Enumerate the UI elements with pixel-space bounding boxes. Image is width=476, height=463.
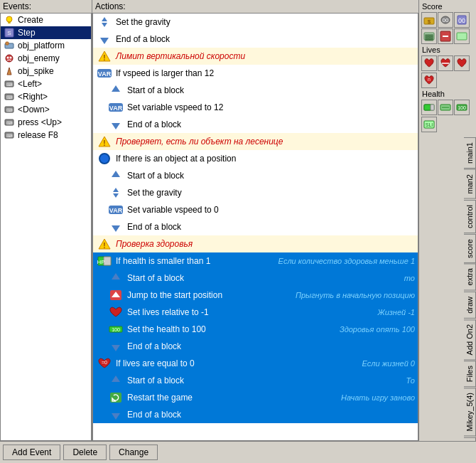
platform-icon — [4, 40, 15, 51]
svg-text:⌨: ⌨ — [6, 83, 13, 87]
event-item-press_up[interactable]: ⌨press <Up> — [1, 116, 91, 129]
score-icon-4[interactable]: ▓▓ — [421, 28, 437, 44]
action-item-a9[interactable]: If there is an object at a position — [93, 150, 418, 167]
svg-marker-35 — [113, 188, 119, 192]
event-item-release_f8[interactable]: ⌨release F8 — [1, 129, 91, 142]
tab-score[interactable]: score — [464, 234, 476, 263]
event-label-down: <Down> — [18, 105, 50, 115]
event-item-right[interactable]: ⌨<Right> — [1, 90, 91, 103]
event-item-left[interactable]: ⌨<Left> — [1, 78, 91, 90]
health-icon-4[interactable]: SLI — [421, 117, 437, 132]
arrow-down-icon — [107, 408, 124, 422]
tab-gm-help-links[interactable]: gm-help links — [464, 437, 476, 441]
event-item-obj_platform[interactable]: obj_platform — [1, 39, 91, 52]
svg-text:=0: =0 — [102, 360, 107, 365]
lives-icons — [421, 55, 475, 72]
tab-man2[interactable]: man2 — [464, 169, 476, 199]
action-text-a9: If there is an object at a position — [116, 154, 415, 164]
score-icon-2[interactable]: 00 — [438, 12, 453, 28]
add-event-button[interactable]: Add Event — [3, 445, 60, 460]
event-item-down[interactable]: ⌨<Down> — [1, 103, 91, 116]
action-item-a1[interactable]: Set the gravity — [93, 14, 418, 31]
event-item-obj_enemy[interactable]: obj_enemy — [1, 52, 91, 65]
action-item-a19[interactable]: 100Set the health to 100Здоровья опять 1… — [93, 321, 418, 338]
event-item-obj_spike[interactable]: obj_spike — [1, 65, 91, 78]
action-item-a23[interactable]: Restart the gameНачать игру заново — [93, 389, 418, 406]
svg-text:!: ! — [103, 242, 105, 250]
score-icon-1[interactable]: $ — [421, 12, 437, 28]
action-item-a18[interactable]: Set lives relative to -1Жизней -1 — [93, 304, 418, 321]
health-icon-1[interactable] — [421, 100, 437, 115]
score-icon-3[interactable]: 00 — [454, 12, 470, 28]
action-text-a19: Set the health to 100 — [127, 324, 334, 334]
tab-Files[interactable]: Files — [464, 361, 476, 387]
score-icon-5[interactable] — [438, 28, 453, 44]
delete-button[interactable]: Delete — [63, 445, 107, 460]
lives-icon-3[interactable] — [454, 55, 470, 71]
step-icon: S — [4, 27, 15, 38]
action-item-a16[interactable]: Start of a blockто — [93, 270, 418, 287]
arrow-down-icon — [96, 32, 113, 46]
tab-control[interactable]: control — [464, 200, 476, 233]
action-item-a17[interactable]: Jump to the start positionПрыгнуть в нач… — [93, 287, 418, 304]
action-item-a5[interactable]: Start of a block — [93, 82, 418, 99]
action-item-a11[interactable]: Set the gravity — [93, 184, 418, 201]
action-item-a10[interactable]: Start of a block — [93, 167, 418, 184]
svg-marker-20 — [102, 17, 107, 21]
action-item-a6[interactable]: VARSet variable vspeed to 12 — [93, 99, 418, 116]
change-button[interactable]: Change — [109, 445, 158, 460]
circle-icon — [96, 151, 113, 166]
events-header: Events: — [0, 0, 92, 14]
svg-rect-69 — [424, 105, 431, 110]
health-label: Health — [421, 89, 475, 99]
action-comment-a17: Прыгнуть в начальную позицию — [296, 291, 415, 299]
tab-Mikey_5(4)[interactable]: Mikey_5(4) — [464, 388, 476, 436]
action-item-a15[interactable]: HPIf health is smaller than 1Если количе… — [93, 252, 418, 270]
event-item-step[interactable]: SStep — [1, 26, 91, 39]
event-label-obj_spike: obj_spike — [18, 66, 54, 76]
tab-main1[interactable]: main1 — [464, 137, 476, 169]
svg-marker-34 — [112, 171, 120, 177]
action-item-a8[interactable]: !Проверяет, есть ли объект на лесенице — [93, 133, 418, 150]
tab-draw[interactable]: draw — [464, 292, 476, 319]
svg-marker-9 — [7, 68, 11, 75]
action-text-a15: If health is smaller than 1 — [116, 256, 273, 266]
health-icon-2[interactable] — [438, 100, 453, 115]
action-item-a7[interactable]: End of a block — [93, 116, 418, 133]
action-item-a24[interactable]: End of a block — [93, 406, 418, 423]
action-item-a14[interactable]: !Проверка здоровья — [93, 235, 418, 252]
action-text-a4: If vspeed is larger than 12 — [116, 68, 415, 78]
tab-extra[interactable]: extra — [464, 263, 476, 290]
svg-text:100: 100 — [112, 327, 120, 332]
action-item-a13[interactable]: End of a block — [93, 218, 418, 235]
action-item-a4[interactable]: VARIf vspeed is larger than 12 — [93, 65, 418, 82]
warning-icon: ! — [96, 134, 113, 149]
event-label-release_f8: release F8 — [18, 130, 58, 140]
action-text-a16: Start of a block — [127, 273, 399, 283]
action-comment-a22: То — [406, 376, 415, 385]
score-icon-6[interactable] — [454, 28, 470, 44]
svg-marker-30 — [112, 123, 120, 129]
svg-marker-22 — [100, 38, 109, 44]
action-text-a6: Set variable vspeed to 12 — [127, 102, 415, 112]
arrow-up-icon — [107, 271, 124, 285]
action-item-a2[interactable]: End of a block — [93, 31, 418, 48]
action-item-a22[interactable]: Start of a blockТо — [93, 372, 418, 389]
svg-text:⌨: ⌨ — [6, 108, 13, 112]
svg-text:VAR: VAR — [109, 207, 123, 214]
event-item-create[interactable]: Create — [1, 14, 91, 26]
lives-icon-1[interactable] — [421, 55, 437, 71]
actions-list: Set the gravityEnd of a block!Лимит верт… — [92, 14, 418, 441]
action-item-a20[interactable]: End of a block — [93, 338, 418, 355]
action-item-a12[interactable]: VARSet variable vspeed to 0 — [93, 201, 418, 218]
tab-Add-On2[interactable]: Add On2 — [464, 319, 476, 360]
svg-marker-45 — [112, 273, 120, 280]
lives-icon-2[interactable] — [438, 55, 453, 71]
action-item-a21[interactable]: =0If lives are equal to 0Если жизней 0 — [93, 355, 418, 372]
lives-icon-4[interactable]: n — [421, 73, 437, 88]
health-icon-3[interactable]: 100 — [454, 100, 470, 115]
svg-text:$: $ — [428, 18, 431, 25]
action-item-a3[interactable]: !Лимит вертикальной скорости — [93, 48, 418, 65]
action-text-a18: Set lives relative to -1 — [127, 307, 372, 317]
action-text-a3: Лимит вертикальной скорости — [116, 51, 415, 61]
